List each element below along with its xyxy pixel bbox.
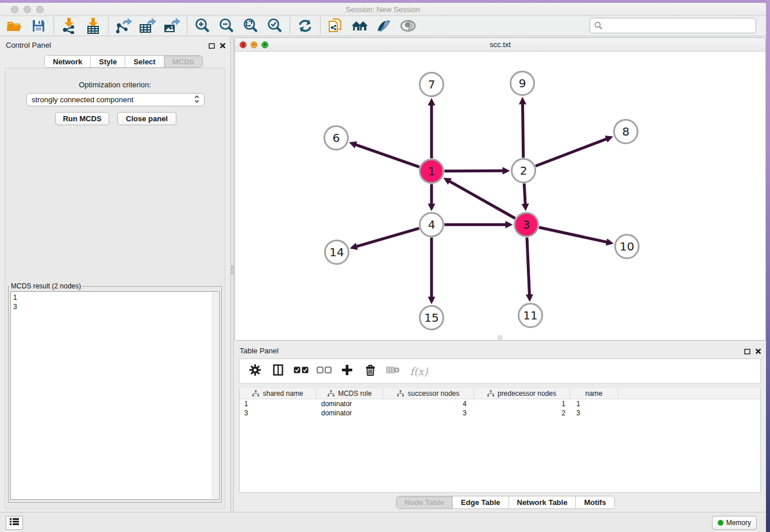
refresh-layout-button[interactable]: [293, 17, 317, 35]
result-line: 1: [13, 293, 17, 302]
save-session-icon: [32, 19, 45, 33]
show-graphics-button[interactable]: [396, 17, 420, 35]
zoom-in-button[interactable]: [190, 17, 214, 35]
result-scrollbar[interactable]: [212, 292, 218, 499]
result-line: 3: [13, 302, 17, 311]
delete-table-button[interactable]: [386, 363, 401, 380]
show-graphics-icon: [400, 20, 416, 32]
deselect-all-button[interactable]: [317, 363, 332, 380]
graph-node-label: 8: [622, 125, 630, 138]
home-button[interactable]: [348, 17, 372, 35]
graph-node-label: 7: [428, 78, 436, 91]
network-resize-handle[interactable]: [498, 336, 502, 340]
mcds-result-title: MCDS result (2 nodes): [10, 282, 82, 290]
window-title: Session: New Session: [0, 5, 766, 14]
edge-1-6[interactable]: [355, 144, 419, 167]
tree-level-icon: [397, 390, 404, 397]
close-panel-icon[interactable]: [755, 346, 761, 357]
import-table-button[interactable]: [81, 17, 105, 35]
tab-edge-table[interactable]: Edge Table: [453, 496, 509, 508]
function-builder-button[interactable]: f(x): [409, 363, 429, 380]
delete-table-icon: [386, 365, 400, 377]
settings-gear-button[interactable]: [248, 363, 263, 380]
tab-node-table[interactable]: Node Table: [396, 496, 453, 508]
edge-3-11[interactable]: [527, 237, 529, 295]
memory-button[interactable]: Memory: [712, 516, 757, 530]
table-toolbar: f(x): [239, 358, 761, 384]
duplicate-network-button[interactable]: [324, 17, 348, 35]
edge-arrowhead-icon: [350, 243, 358, 250]
cell-shared-name[interactable]: 1: [240, 399, 317, 408]
delete-button[interactable]: [363, 363, 378, 380]
edge-2-9[interactable]: [522, 103, 523, 157]
network-canvas[interactable]: 7968124314101511: [235, 52, 765, 340]
network-window-title: scc.txt: [235, 40, 765, 49]
column-label: MCDS role: [338, 390, 372, 398]
close-panel-icon[interactable]: [220, 41, 226, 51]
tab-network-table[interactable]: Network Table: [509, 496, 576, 508]
toolbar-separator: [53, 17, 54, 34]
column-header-mcds-role[interactable]: MCDS role: [317, 388, 383, 399]
search-box: [590, 18, 756, 33]
column-header-shared-name[interactable]: shared name: [240, 388, 317, 399]
graph-node-label: 4: [428, 218, 436, 232]
window-titlebar: Session: New Session: [0, 3, 766, 16]
table-row[interactable]: 3dominator323: [240, 408, 760, 418]
splitter-grip-icon[interactable]: [231, 265, 233, 275]
column-header-name[interactable]: name: [570, 388, 618, 399]
float-panel-icon[interactable]: [744, 346, 750, 357]
tab-style[interactable]: Style: [91, 56, 125, 67]
import-network-button[interactable]: [57, 17, 81, 35]
cell-predecessor-nodes[interactable]: 1: [474, 399, 570, 408]
control-panel: Control Panel NetworkStyleSelectMCDS Opt…: [0, 36, 230, 512]
open-session-button[interactable]: [2, 17, 26, 35]
cell-predecessor-nodes[interactable]: 2: [474, 408, 570, 418]
edge-3-10[interactable]: [539, 228, 607, 242]
cell-shared-name[interactable]: 3: [240, 408, 317, 418]
cell-name[interactable]: 1: [570, 399, 618, 408]
column-layout-button[interactable]: [271, 363, 286, 380]
save-session-button[interactable]: [26, 17, 51, 35]
search-input[interactable]: [606, 20, 756, 32]
tab-mcds[interactable]: MCDS: [164, 56, 202, 67]
zoom-fit-button[interactable]: [238, 17, 263, 35]
zoom-selected-button[interactable]: [263, 17, 287, 35]
show-style-button[interactable]: [372, 17, 396, 35]
add-column-button[interactable]: [340, 363, 355, 380]
close-panel-button[interactable]: Close panel: [117, 112, 176, 125]
cell-name[interactable]: 3: [570, 408, 618, 418]
run-mcds-button[interactable]: Run MCDS: [55, 112, 109, 125]
node-table[interactable]: shared nameMCDS rolesuccessor nodesprede…: [239, 388, 761, 493]
cell-mcds-role[interactable]: dominator: [317, 399, 383, 408]
cell-successor-nodes[interactable]: 4: [383, 399, 474, 408]
edge-1-2[interactable]: [444, 171, 503, 171]
export-table-button[interactable]: [136, 17, 160, 35]
main-toolbar: [0, 16, 766, 36]
column-header-successor-nodes[interactable]: successor nodes: [383, 388, 474, 399]
mcds-result-textarea[interactable]: 13: [10, 291, 220, 500]
edge-2-8[interactable]: [536, 138, 607, 166]
edge-4-14[interactable]: [356, 228, 419, 246]
table-row[interactable]: 1dominator411: [240, 399, 760, 408]
export-network-button[interactable]: [111, 17, 136, 35]
select-stepper-icon: [194, 95, 199, 105]
tab-network[interactable]: Network: [45, 56, 91, 67]
zoom-out-button[interactable]: [214, 17, 238, 35]
graph-node-label: 3: [523, 218, 530, 232]
edge-2-3[interactable]: [524, 183, 525, 205]
desktop-background: [0, 0, 770, 3]
tab-motifs[interactable]: Motifs: [576, 496, 614, 508]
cell-mcds-role[interactable]: dominator: [317, 408, 383, 418]
float-panel-icon[interactable]: [209, 41, 215, 51]
column-header-predecessor-nodes[interactable]: predecessor nodes: [474, 388, 570, 399]
edge-arrowhead-icon: [506, 221, 513, 229]
tab-select[interactable]: Select: [125, 56, 164, 67]
status-bar: Memory: [0, 512, 766, 532]
task-history-button[interactable]: [6, 516, 23, 530]
selected-criterion: strongly connected component: [32, 95, 194, 104]
cell-successor-nodes[interactable]: 3: [383, 408, 474, 418]
export-image-button[interactable]: [160, 17, 184, 35]
edge-3-1[interactable]: [449, 181, 515, 218]
optimization-criterion-select[interactable]: strongly connected component: [26, 93, 205, 106]
select-all-button[interactable]: [294, 363, 309, 380]
